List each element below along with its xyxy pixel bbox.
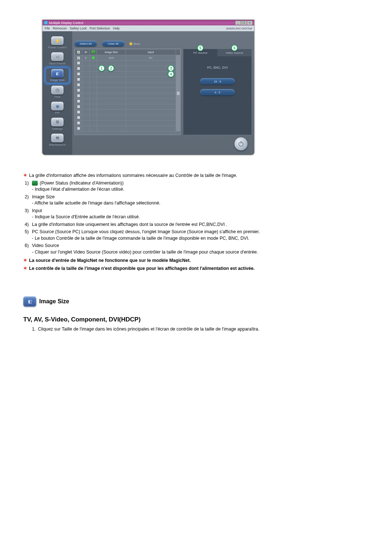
row-checkbox[interactable] <box>77 67 80 70</box>
sidebar: ⚡ Power Control ▭ Input Source ◧ Image S… <box>42 31 72 155</box>
header-checkbox[interactable] <box>77 50 80 54</box>
table-row[interactable]: 4 <box>75 72 180 77</box>
list-num: 4) <box>25 222 32 228</box>
list-item: Image Size - Affiche la taille actuelle … <box>32 194 365 207</box>
power-on-icon <box>92 56 95 59</box>
section-title: Image Size <box>39 297 69 305</box>
tab-label: Video Source <box>226 51 243 54</box>
sidebar-item-label: Input Source <box>49 62 65 65</box>
menu-file[interactable]: File <box>45 27 50 30</box>
tab-video-source[interactable]: 6 Video Source <box>217 49 252 56</box>
row-checkbox[interactable] <box>77 94 80 97</box>
row-checkbox[interactable] <box>77 78 80 81</box>
list-num: 5) <box>25 229 32 242</box>
row-checkbox[interactable] <box>77 116 80 119</box>
row-checkbox[interactable] <box>77 110 80 114</box>
callout-4: 4 <box>168 71 174 77</box>
select-all-button[interactable]: Select All <box>74 41 97 46</box>
list-item: La grille d'information liste uniquement… <box>32 222 365 228</box>
sidebar-item-label: Settings <box>52 127 63 130</box>
table-row[interactable] <box>75 110 180 115</box>
table-row[interactable] <box>75 82 180 88</box>
display-grid: ID Image Size Input 0 <box>74 49 181 135</box>
clear-all-button[interactable]: Clear All <box>102 41 124 46</box>
sidebar-item-pip[interactable]: ▣ PIP <box>45 100 70 116</box>
menu-safety-lock[interactable]: Safety Lock <box>70 27 87 30</box>
row-checkbox[interactable] <box>77 105 80 108</box>
input-source-icon: ▭ <box>51 52 64 61</box>
menu-help[interactable]: Help <box>113 27 120 30</box>
col-id: ID <box>82 49 90 55</box>
list-num: 2) <box>25 194 32 207</box>
vertical-scrollbar[interactable] <box>176 55 180 131</box>
table-row[interactable] <box>75 99 180 104</box>
ratio-16-9-button[interactable]: 16 : 9 <box>200 78 235 85</box>
cell-input: PC <box>126 55 176 61</box>
menu-port-selection[interactable]: Port Selection <box>90 27 110 30</box>
cell-id: 0 <box>82 55 90 61</box>
busy-label: Busy <box>134 42 140 45</box>
sidebar-item-label: Power Control <box>48 46 67 49</box>
titlebar: Multiple Display Control _ ▢ × <box>42 20 254 25</box>
list-text: Cliquez sur Taille de l'image dans les i… <box>38 326 259 333</box>
table-row[interactable] <box>75 115 180 121</box>
row-checkbox[interactable] <box>77 72 80 76</box>
list-item: Input - Indique la Source d'Entrée actue… <box>32 208 365 220</box>
tab-pc-source[interactable]: 5 PC Source <box>183 49 217 56</box>
power-status-header-icon <box>91 50 95 53</box>
table-row[interactable] <box>75 121 180 126</box>
busy-indicator-icon <box>130 42 132 45</box>
callout-6: 6 <box>231 45 238 51</box>
col-input: Input <box>126 49 176 55</box>
table-row[interactable]: 0 16:9 PC <box>75 55 180 61</box>
pip-icon: ▣ <box>51 102 64 110</box>
brand-logo: SAMSUNG DIGITall <box>226 27 252 30</box>
clock-icon: ◷ <box>51 86 64 94</box>
sidebar-item-input-source[interactable]: ▭ Input Source <box>45 51 70 66</box>
ratio-4-3-button[interactable]: 4 : 3 <box>200 89 235 96</box>
col-status-icon-header <box>90 49 97 55</box>
callout-5: 5 <box>197 45 204 51</box>
star-icon: ✶ <box>23 258 29 264</box>
list-item: (Power Status (Indicateur d'Alimentation… <box>32 180 365 193</box>
table-row[interactable]: 1 2 3 <box>75 66 180 72</box>
cell-image-size: 16:9 <box>97 55 126 61</box>
close-button[interactable]: × <box>247 21 253 25</box>
sidebar-item-power-control[interactable]: ⚡ Power Control <box>45 35 70 50</box>
list-num: 3) <box>25 208 32 220</box>
menu-remocon[interactable]: Remocon <box>53 27 67 30</box>
table-row[interactable] <box>75 93 180 99</box>
row-checkbox[interactable] <box>77 56 80 60</box>
table-row[interactable] <box>75 104 180 110</box>
sidebar-item-time[interactable]: ◷ Time <box>45 84 70 100</box>
sidebar-item-maintenance[interactable]: 🛠 Maintenance <box>45 132 70 148</box>
col-image-size: Image Size <box>97 49 126 55</box>
maximize-button[interactable]: ▢ <box>241 21 247 25</box>
list-num: 1. <box>32 326 36 333</box>
minimize-button[interactable]: _ <box>235 21 241 25</box>
sidebar-item-label: Time <box>54 95 60 98</box>
list-item: Video Source - Cliquer sur l'onglet Vide… <box>32 243 365 255</box>
sidebar-item-label: Maintenance <box>49 143 66 146</box>
table-row[interactable] <box>75 61 180 66</box>
row-checkbox[interactable] <box>77 100 80 103</box>
row-checkbox[interactable] <box>77 83 80 86</box>
wrench-icon: 🛠 <box>51 134 64 142</box>
list-num: 1) <box>25 180 32 193</box>
intro-text: La grille d'information affiche des info… <box>29 173 365 179</box>
power-button[interactable] <box>234 137 248 150</box>
note-power-required: Le contrôle de la taille de l'image n'es… <box>29 266 365 272</box>
table-row[interactable] <box>75 77 180 82</box>
window-title: Multiple Display Control <box>49 21 235 25</box>
list-item: PC Source (Source PC) Lorsque vous cliqu… <box>32 229 365 242</box>
sidebar-item-image-size[interactable]: ◧ Image Size <box>45 67 70 84</box>
sidebar-item-settings[interactable]: ⚙ Settings <box>45 116 70 132</box>
row-checkbox[interactable] <box>77 127 80 130</box>
table-row[interactable] <box>75 126 180 131</box>
image-size-section-icon: ◧ <box>23 296 36 307</box>
row-checkbox[interactable] <box>77 89 80 92</box>
row-checkbox[interactable] <box>77 61 80 65</box>
table-row[interactable] <box>75 88 180 93</box>
row-checkbox[interactable] <box>77 121 80 125</box>
gear-icon: ⚙ <box>51 118 64 126</box>
